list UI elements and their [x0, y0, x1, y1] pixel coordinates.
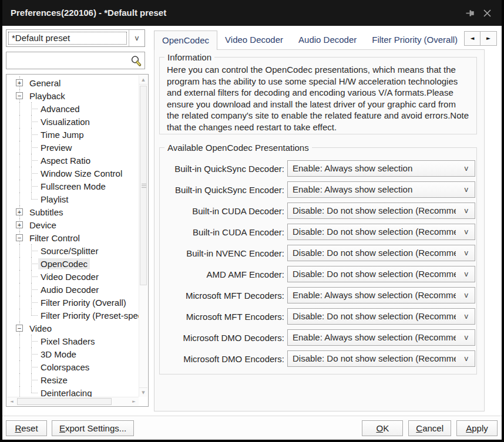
tree-item-general[interactable]: +General [7, 76, 139, 89]
presentation-label: Microsoft DMO Encoders: [160, 354, 284, 364]
scroll-down-icon[interactable]: ▼ [139, 387, 147, 397]
tab-strip: OpenCodecVideo DecoderAudio DecoderFilte… [154, 31, 484, 50]
tab-opencodec[interactable]: OpenCodec [154, 31, 217, 50]
tree-item-filter-priority-preset-speci[interactable]: Filter Priority (Preset-speci [7, 309, 139, 322]
chevron-down-icon: v [465, 351, 469, 366]
built-in-cuda-encoder-dropdown[interactable]: Disable: Do not show selection (Recommen… [287, 224, 475, 240]
tree-item-label: Filter Priority (Preset-speci [38, 310, 139, 321]
apply-button[interactable]: Apply [456, 420, 498, 436]
tree-item-fullscreen-mode[interactable]: Fullscreen Mode [7, 180, 139, 193]
tree-item-audio-decoder[interactable]: Audio Decoder [7, 283, 139, 296]
tree-connector-line [31, 251, 38, 251]
tree-connector-line [19, 373, 20, 386]
preset-dropdown[interactable]: *Default preset v [6, 29, 145, 47]
tree-item-opencodec[interactable]: OpenCodec [7, 257, 139, 270]
built-in-nvenc-encoder-dropdown[interactable]: Disable: Do not show selection (Recommen… [287, 245, 475, 261]
collapse-minus-icon[interactable]: − [16, 92, 23, 99]
tree-connector-line [19, 180, 20, 193]
dropdown-selected-value: Enable: Always show selection [293, 161, 456, 176]
ok-button[interactable]: OK [362, 420, 403, 436]
tree-item-device[interactable]: +Device [7, 218, 139, 231]
tree-item-3d-mode[interactable]: 3D Mode [7, 347, 139, 360]
tree-connector-line [31, 134, 38, 135]
expand-plus-icon[interactable]: + [16, 208, 23, 215]
close-icon[interactable] [483, 9, 492, 18]
chevron-down-icon: v [465, 309, 469, 324]
presentation-label: Microsoft MFT Encoders: [160, 312, 284, 322]
tree-item-advanced[interactable]: Advanced [7, 102, 139, 115]
tab-scroll-left-icon[interactable]: ◄ [464, 31, 481, 46]
presentation-row: Built-in QuickSync Decoder:Enable: Alway… [160, 160, 476, 177]
tree-vertical-scrollbar[interactable]: ▲ ▼ [139, 75, 147, 397]
tab-video-decoder[interactable]: Video Decoder [217, 31, 291, 50]
tree-item-window-size-control[interactable]: Window Size Control [7, 167, 139, 180]
tree-item-label: Window Size Control [38, 168, 125, 179]
opencodec-tab-panel: Information Here you can control the Ope… [154, 49, 485, 411]
reset-button[interactable]: Reset [6, 420, 47, 436]
tree-item-label: Video Decoder [38, 271, 101, 282]
scroll-up-icon[interactable]: ▲ [139, 75, 147, 85]
export-settings-button[interactable]: Export Settings... [52, 420, 134, 436]
tree-item-label: General [27, 77, 63, 89]
tree-item-playlist[interactable]: Playlist [7, 193, 139, 205]
expand-plus-icon[interactable]: + [16, 221, 23, 228]
tab-scroll-right-icon[interactable]: ► [481, 31, 497, 46]
tree-item-resize[interactable]: Resize [7, 373, 139, 386]
collapse-minus-icon[interactable]: − [16, 325, 23, 332]
tree-item-subtitles[interactable]: +Subtitles [7, 205, 139, 218]
microsoft-mft-encoders-dropdown[interactable]: Disable: Do not show selection (Recommen… [287, 308, 475, 325]
microsoft-dmo-decoders-dropdown[interactable]: Enable: Always show selection (Recommenv [287, 329, 475, 346]
dialog-body: *Default preset v +General−PlaybackAdvan… [2, 26, 502, 416]
tree-item-visualization[interactable]: Visualization [7, 115, 139, 128]
presentation-row: Microsoft DMO Decoders:Enable: Always sh… [160, 329, 476, 346]
tab-filter-priority-overall[interactable]: Filter Priority (Overall) [364, 31, 465, 50]
scrollbar-thumb[interactable] [140, 86, 147, 285]
built-in-quicksync-encoder-dropdown[interactable]: Enable: Always show selectionv [287, 181, 475, 198]
tree-connector-line [31, 289, 38, 290]
microsoft-dmo-encoders-dropdown[interactable]: Disable: Do not show selection (Recommen… [287, 350, 475, 367]
search-input[interactable] [9, 53, 126, 68]
tree-item-label: Subtitles [27, 207, 66, 218]
amd-amf-encoder-dropdown[interactable]: Disable: Do not show selection (Recommen… [287, 266, 475, 282]
tree-item-time-jump[interactable]: Time Jump [7, 128, 139, 141]
tree-item-pixel-shaders[interactable]: Pixel Shaders [7, 335, 139, 347]
chevron-down-icon[interactable]: v [129, 30, 145, 46]
built-in-cuda-decoder-dropdown[interactable]: Disable: Do not show selection (Recommen… [287, 203, 475, 219]
tree-item-label: Playlist [38, 194, 71, 205]
tree-horizontal-scrollbar[interactable]: ◄ ► [7, 397, 139, 406]
built-in-quicksync-decoder-dropdown[interactable]: Enable: Always show selectionv [287, 160, 475, 177]
dropdown-selected-value: Disable: Do not show selection (Recommen [293, 224, 456, 239]
tree-item-deinterlacing[interactable]: Deinterlacing [7, 386, 139, 397]
collapse-minus-icon[interactable]: − [16, 234, 23, 241]
dropdown-selected-value: Disable: Do not show selection (Recommen [293, 203, 456, 218]
presentation-rows: Built-in QuickSync Decoder:Enable: Alway… [160, 153, 476, 367]
tree-item-label: Filter Priority (Overall) [38, 297, 129, 308]
tree-item-preview[interactable]: Preview [7, 141, 139, 154]
microsoft-mft-decoders-dropdown[interactable]: Enable: Always show selection (Recommenv [287, 287, 475, 303]
cancel-button[interactable]: Cancel [408, 420, 451, 436]
presentation-label: Built-in QuickSync Encoder: [160, 185, 284, 195]
tree-item-source-splitter[interactable]: Source/Splitter [7, 244, 139, 257]
presentation-row: Microsoft MFT Decoders:Enable: Always sh… [160, 287, 476, 303]
tree-item-filter-control[interactable]: −Filter Control [7, 231, 139, 244]
tree-item-filter-priority-overall[interactable]: Filter Priority (Overall) [7, 296, 139, 309]
scrollbar-thumb[interactable] [17, 398, 112, 405]
dropdown-selected-value: Enable: Always show selection (Recommen [293, 288, 456, 303]
tree-item-playback[interactable]: −Playback [7, 89, 139, 102]
chevron-down-icon: v [465, 330, 469, 345]
chevron-down-icon: v [465, 224, 469, 239]
information-group: Information Here you can control the Ope… [159, 52, 477, 134]
tree-item-video-decoder[interactable]: Video Decoder [7, 270, 139, 283]
scroll-left-icon[interactable]: ◄ [7, 397, 16, 406]
pin-icon[interactable] [465, 8, 476, 19]
presentation-label: Built-in NVENC Encoder: [160, 248, 284, 258]
tree-item-colorspaces[interactable]: Colorspaces [7, 360, 139, 373]
chevron-down-icon: v [465, 182, 469, 197]
expand-plus-icon[interactable]: + [16, 79, 23, 86]
chevron-down-icon: v [465, 266, 469, 282]
scroll-right-icon[interactable]: ► [129, 397, 139, 406]
search-icon[interactable] [129, 55, 142, 68]
tab-audio-decoder[interactable]: Audio Decoder [291, 31, 364, 50]
tree-item-video[interactable]: −Video [7, 322, 139, 335]
tree-item-aspect-ratio[interactable]: Aspect Ratio [7, 154, 139, 167]
